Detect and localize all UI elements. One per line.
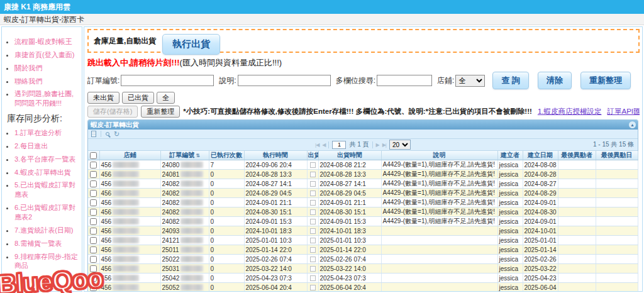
sidebar-item-label[interactable]: 關於我們 (14, 64, 42, 72)
column-header[interactable]: 說明 (381, 151, 497, 160)
row-checkbox[interactable] (90, 246, 97, 253)
last-page-button[interactable]: ▶| (382, 142, 386, 148)
row-checkbox[interactable] (90, 190, 97, 197)
column-header[interactable]: 最後異動日 (596, 151, 638, 160)
store-select[interactable]: 全 (455, 75, 485, 87)
row-checkbox[interactable] (90, 265, 97, 272)
shipped-checkbox[interactable] (310, 172, 316, 177)
refresh-icon[interactable]: ↻ (114, 131, 119, 137)
sidebar-item-label[interactable]: 3.各平台庫存一覽表 (14, 155, 75, 163)
table-row[interactable]: 4562502202025-02-26 07:42025-02-26 07:4j… (88, 255, 638, 264)
table-row[interactable]: 4562409302024-10-01 18:32024-10-01 18:3j… (88, 226, 638, 236)
refresh-small-button[interactable]: 重新整理 (141, 106, 180, 118)
shipped-checkbox[interactable] (310, 247, 316, 253)
row-checkbox[interactable] (90, 171, 97, 178)
sidebar-item-label[interactable]: 9.排程庫存同步-指定商品 (14, 253, 78, 270)
shipped-checkbox[interactable] (310, 209, 316, 215)
row-checkbox[interactable] (90, 180, 97, 187)
sidebar-item-label[interactable]: 4.蝦皮-訂單轉出貨 (14, 169, 71, 176)
row-checkbox[interactable] (90, 256, 97, 263)
table-row[interactable]: 4562408202024-08-27 14:12024-08-27 14:1A… (88, 179, 638, 189)
shipped-checkbox[interactable] (310, 285, 316, 290)
shipped-checkbox[interactable] (310, 219, 316, 224)
shipped-checkbox[interactable] (310, 181, 316, 187)
shipped-checkbox[interactable] (310, 257, 316, 262)
column-header[interactable]: 出貨 (307, 151, 318, 160)
multi-search-input[interactable] (377, 75, 432, 86)
shipped-checkbox[interactable] (310, 200, 316, 206)
save-cell-button[interactable]: 儲存(儲存格) (87, 106, 138, 118)
row-checkbox[interactable] (90, 199, 97, 206)
sidebar-item[interactable]: 9.排程庫存同步-指定商品 (14, 252, 80, 271)
sort-icon[interactable]: ⇅ (196, 153, 200, 158)
collapse-panel-icon[interactable]: ▲ (629, 121, 636, 128)
row-checkbox[interactable] (90, 162, 97, 169)
column-header[interactable]: 最後異動者 (558, 151, 596, 160)
column-header[interactable]: 執行時間 (244, 151, 307, 160)
sidebar-item[interactable]: 8.需補貨一覽表 (14, 239, 80, 248)
table-row[interactable]: 4562503102025-03-22 14:02025-03-22 14:0j… (88, 264, 638, 274)
sidebar-item[interactable]: 遇到問題,臉書社團,問問題不用錢!!! (14, 89, 80, 108)
sidebar-item-label[interactable]: 聯絡我們 (14, 77, 42, 85)
sidebar-item-label[interactable]: 8.需補貨一覽表 (14, 240, 62, 247)
shipped-checkbox[interactable] (310, 238, 316, 243)
page-size-select[interactable]: 20 (389, 140, 411, 150)
sidebar-item-label[interactable]: 遇到問題,臉書社團,問問題不用錢!!! (14, 90, 74, 107)
column-header[interactable]: 出貨時間 (318, 151, 381, 160)
clear-button[interactable]: 清除 (538, 72, 572, 89)
shipped-checkbox[interactable] (310, 266, 316, 272)
column-header[interactable]: 建立者 (497, 151, 523, 160)
column-header[interactable]: 訂單編號⇅ (160, 151, 209, 160)
sidebar-item-label[interactable]: 1.訂單在途分析 (14, 129, 62, 136)
sidebar-item-label[interactable]: 6.已出貨蝦皮訂單對應表2 (14, 204, 75, 221)
refresh-button[interactable]: 重新整理 (580, 72, 631, 89)
row-checkbox[interactable] (90, 237, 97, 244)
prev-page-button[interactable]: ◀ (322, 142, 325, 148)
sidebar-item[interactable]: 流程圖-蝦皮對帳王 (14, 37, 80, 47)
new-record-icon[interactable] (91, 131, 96, 137)
next-page-button[interactable]: ▶ (376, 142, 379, 148)
table-row[interactable]: 4562408202024-08-30 15:12024-08-30 15:1A… (88, 207, 638, 217)
sidebar-item[interactable]: 康捷首頁(登入畫面) (14, 50, 80, 60)
sidebar-item-label[interactable]: 7.進貨統計表(日期) (14, 226, 74, 234)
shipped-filter-button[interactable]: 已出貨 (122, 92, 154, 104)
column-header[interactable]: 店鋪 (99, 151, 160, 160)
shipped-checkbox[interactable] (310, 228, 316, 234)
table-row[interactable]: 4562408102024-08-28 13:32024-08-28 13:3A… (88, 170, 638, 179)
desc-input[interactable] (238, 75, 331, 86)
order-no-input[interactable] (121, 75, 214, 86)
row-checkbox[interactable] (90, 228, 97, 235)
table-row[interactable]: 4562501102025-01-14 22:02025-01-14 22:0j… (88, 245, 638, 255)
shipped-checkbox[interactable] (310, 162, 316, 168)
shop-auth-link[interactable]: 1.蝦皮商店授權設定 (538, 107, 602, 116)
shipped-checkbox[interactable] (310, 191, 316, 196)
row-checkbox[interactable] (90, 284, 97, 291)
row-checkbox[interactable] (90, 275, 97, 282)
table-row[interactable]: 4562408202024-08-29 04:52024-08-29 04:5A… (88, 189, 638, 198)
sidebar-item-label[interactable]: 康捷首頁(登入畫面) (14, 51, 74, 58)
sidebar-item-label[interactable]: 2.每日進出 (14, 142, 48, 150)
sidebar-item[interactable]: 關於我們 (14, 64, 80, 73)
row-checkbox[interactable] (90, 209, 97, 216)
column-header[interactable]: 已執行次數 (209, 151, 244, 160)
sidebar-item[interactable]: 2.每日進出 (14, 141, 80, 151)
sidebar-item[interactable]: 6.已出貨蝦皮訂單對應表2 (14, 203, 80, 222)
table-row[interactable]: 4562504202025-04-23 07:32025-04-23 07:3j… (88, 274, 638, 283)
table-row[interactable]: 4562505202025-06-04 20:42025-06-04 20:4j… (88, 283, 638, 292)
sidebar-item[interactable]: 5.已出貨蝦皮訂單對應表 (14, 180, 80, 199)
sidebar-item[interactable]: 4.蝦皮-訂單轉出貨 (14, 168, 80, 177)
sidebar-item-label[interactable]: 流程圖-蝦皮對帳王 (14, 38, 72, 45)
column-header[interactable]: 建立日期 (523, 151, 558, 160)
sidebar-item-label[interactable]: 5.已出貨蝦皮訂單對應表 (14, 181, 75, 198)
search-button[interactable]: 查 詢 (492, 72, 529, 89)
all-filter-button[interactable]: 全 (157, 92, 175, 104)
sidebar-item[interactable]: 1.訂單在途分析 (14, 128, 80, 138)
table-row[interactable]: 4562412102025-01-01 10:32025-01-01 10:3j… (88, 236, 638, 245)
select-all-checkbox[interactable] (90, 152, 97, 159)
table-row[interactable]: 4562408072024-09-06 20:42024-08-08 21:2A… (88, 160, 638, 170)
search-icon[interactable] (106, 132, 109, 136)
page-number-input[interactable] (332, 141, 346, 149)
execute-shipment-button[interactable]: 執行出貨 (162, 34, 220, 55)
unshipped-filter-button[interactable]: 未出貨 (87, 92, 119, 104)
order-api-tool-link[interactable]: 訂單API匯入工具 (607, 107, 640, 116)
